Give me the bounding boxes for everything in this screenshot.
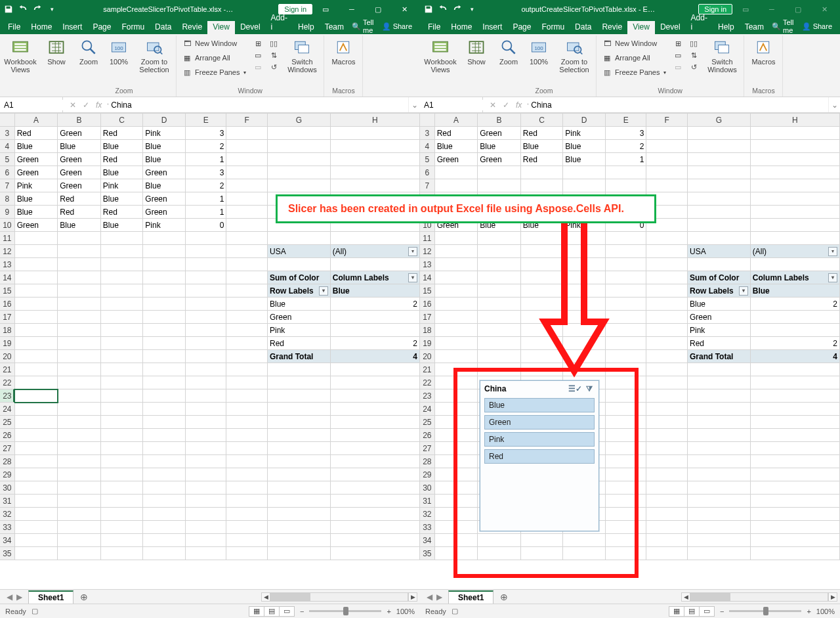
- zoom-out-icon[interactable]: −: [300, 607, 304, 615]
- cell[interactable]: [687, 547, 750, 560]
- column-header[interactable]: C: [100, 114, 143, 127]
- maximize-icon[interactable]: ▢: [785, 0, 811, 18]
- cell[interactable]: [687, 455, 750, 468]
- cell[interactable]: [687, 442, 750, 455]
- row-header[interactable]: 26: [420, 429, 434, 442]
- cell[interactable]: [226, 245, 268, 258]
- tab-addins[interactable]: Add-i: [266, 12, 293, 34]
- row-header[interactable]: 22: [420, 376, 434, 389]
- sync-scroll-icon[interactable]: ⇅: [268, 50, 279, 60]
- tab-team[interactable]: Team: [740, 21, 769, 34]
- cell[interactable]: Red: [100, 153, 143, 166]
- cell[interactable]: [478, 179, 521, 192]
- cell[interactable]: [267, 127, 330, 140]
- cell[interactable]: [267, 140, 330, 153]
- workbook-views-button[interactable]: Workbook Views: [3, 37, 38, 75]
- row-header[interactable]: 10: [0, 219, 14, 232]
- cell[interactable]: Red: [58, 206, 101, 219]
- slicer[interactable]: China ☰✓ ⧩ BlueGreenPinkRed: [480, 380, 599, 531]
- cell[interactable]: [646, 245, 688, 258]
- row-header[interactable]: 29: [420, 468, 434, 481]
- cell[interactable]: Blue: [58, 219, 101, 232]
- cell[interactable]: [646, 468, 688, 481]
- cell[interactable]: [226, 481, 268, 495]
- cell[interactable]: [143, 298, 186, 311]
- cell[interactable]: [434, 311, 478, 324]
- cell[interactable]: 1: [605, 153, 646, 166]
- column-header[interactable]: E: [185, 114, 226, 127]
- cell[interactable]: [646, 416, 688, 429]
- cell[interactable]: Blue: [143, 153, 186, 166]
- cell[interactable]: [687, 363, 750, 376]
- cell[interactable]: [14, 284, 58, 298]
- cell[interactable]: [143, 363, 186, 376]
- cell[interactable]: [100, 324, 143, 337]
- cell[interactable]: [646, 337, 688, 350]
- tab-view[interactable]: View: [627, 21, 655, 34]
- row-header[interactable]: 28: [420, 455, 434, 468]
- row-header[interactable]: 15: [420, 284, 434, 298]
- cell[interactable]: [646, 534, 688, 547]
- maximize-icon[interactable]: ▢: [365, 0, 391, 18]
- cell[interactable]: USA: [267, 245, 330, 258]
- row-header[interactable]: 12: [0, 245, 14, 258]
- tab-help[interactable]: Help: [713, 21, 740, 34]
- tab-file[interactable]: File: [423, 21, 446, 34]
- sheet-nav-next-icon[interactable]: ▶: [436, 592, 442, 602]
- cell[interactable]: [143, 468, 186, 481]
- view-normal-icon[interactable]: ▦: [249, 606, 264, 617]
- cell[interactable]: [520, 179, 563, 192]
- cell[interactable]: [478, 324, 521, 337]
- cell[interactable]: [100, 534, 143, 547]
- row-header[interactable]: 24: [420, 403, 434, 416]
- cell[interactable]: [226, 298, 268, 311]
- cell[interactable]: Blue: [478, 140, 521, 153]
- cell[interactable]: Blue: [750, 284, 839, 298]
- cell[interactable]: [646, 166, 688, 179]
- cell[interactable]: [185, 389, 226, 403]
- cell[interactable]: [100, 376, 143, 389]
- row-header[interactable]: 5: [420, 153, 434, 166]
- filter-dropdown-icon[interactable]: ▾: [828, 273, 837, 282]
- cell[interactable]: [143, 258, 186, 271]
- row-header[interactable]: 4: [0, 140, 14, 153]
- tab-addins[interactable]: Add-i: [686, 12, 713, 34]
- row-header[interactable]: 32: [420, 508, 434, 521]
- cell[interactable]: [226, 416, 268, 429]
- tab-file[interactable]: File: [3, 21, 26, 34]
- share-button[interactable]: 👤 Share: [379, 22, 415, 31]
- cell[interactable]: [185, 455, 226, 468]
- cell[interactable]: Green: [58, 179, 101, 192]
- cell[interactable]: [267, 166, 330, 179]
- cell[interactable]: [750, 389, 839, 403]
- row-header[interactable]: 19: [420, 337, 434, 350]
- cell[interactable]: [267, 376, 330, 389]
- cell[interactable]: 3: [185, 166, 226, 179]
- cell[interactable]: [14, 311, 58, 324]
- qat-customize-icon[interactable]: ▾: [46, 3, 58, 15]
- cell[interactable]: [646, 429, 688, 442]
- row-header[interactable]: 22: [0, 376, 14, 389]
- cell[interactable]: 2: [750, 298, 839, 311]
- cell[interactable]: [646, 324, 688, 337]
- cell[interactable]: [750, 403, 839, 416]
- cell[interactable]: [646, 389, 688, 403]
- cell[interactable]: [687, 481, 750, 495]
- view-page-break-icon[interactable]: ▭: [699, 606, 715, 617]
- cell[interactable]: [143, 232, 186, 245]
- cell[interactable]: [267, 534, 330, 547]
- cell[interactable]: [646, 140, 688, 153]
- cell[interactable]: [646, 363, 688, 376]
- column-header[interactable]: H: [750, 114, 839, 127]
- row-header[interactable]: 25: [0, 416, 14, 429]
- tab-formulas[interactable]: Formu: [116, 21, 150, 34]
- cell[interactable]: Blue: [14, 206, 58, 219]
- cell[interactable]: [646, 232, 688, 245]
- cell[interactable]: [58, 442, 101, 455]
- cell[interactable]: [687, 495, 750, 508]
- row-header[interactable]: 35: [420, 547, 434, 560]
- cell[interactable]: [58, 481, 101, 495]
- cell[interactable]: Pink: [143, 127, 186, 140]
- cell[interactable]: [58, 468, 101, 481]
- macros-button[interactable]: Macros: [747, 37, 780, 67]
